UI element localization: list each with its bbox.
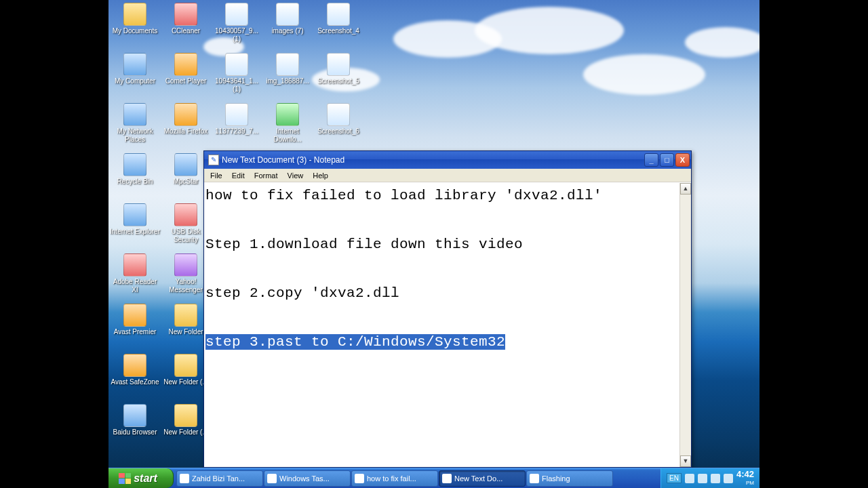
- language-indicator[interactable]: EN: [667, 473, 682, 483]
- taskbar-item-label: Flashing: [542, 474, 570, 483]
- windows-logo-icon: [119, 473, 131, 484]
- icon-image: [174, 253, 197, 277]
- desktop-icon[interactable]: Recycle Bin: [110, 153, 160, 186]
- icon-label: Internet Downlo...: [262, 127, 313, 144]
- desktop-icon[interactable]: Screenshot_5: [313, 53, 363, 85]
- desktop-icon[interactable]: Comet Player: [161, 53, 211, 85]
- editor-line: how to fix failed to load library 'dxva2…: [205, 188, 602, 203]
- tray-icon[interactable]: [724, 474, 733, 483]
- taskbar: start Zahid Bizi Tan...Windows Tas...how…: [108, 468, 760, 488]
- desktop-icon[interactable]: Internet Downlo...: [262, 103, 313, 144]
- taskbar-item-label: Windows Tas...: [279, 474, 330, 483]
- icon-label: Recycle Bin: [110, 178, 160, 186]
- desktop-icon[interactable]: My Network Places: [110, 103, 160, 144]
- icon-label: Avast SafeZone: [110, 378, 160, 386]
- desktop-icon[interactable]: images (7): [262, 3, 313, 35]
- taskbar-item-icon: [530, 474, 539, 483]
- icon-label: Mozilla Firefox: [161, 127, 211, 136]
- icon-label: 10430057_9... (1): [212, 27, 262, 43]
- maximize-button[interactable]: □: [660, 153, 674, 167]
- desktop-icon[interactable]: 10943641_1... (1): [212, 53, 262, 94]
- editor-textarea[interactable]: how to fix failed to load library 'dxva2…: [204, 183, 679, 467]
- system-tray[interactable]: EN 4:42 PM: [660, 468, 760, 488]
- icon-image: [225, 53, 248, 76]
- vertical-scrollbar[interactable]: ▲ ▼: [679, 183, 691, 467]
- menu-format[interactable]: Format: [250, 170, 283, 181]
- tray-icon[interactable]: [698, 474, 707, 483]
- clock-ampm: PM: [746, 480, 754, 486]
- menubar: FileEditFormatViewHelp: [204, 169, 691, 182]
- taskbar-item-icon: [355, 474, 364, 483]
- icon-image: [276, 103, 299, 126]
- icon-image: [174, 354, 197, 377]
- icon-label: Baidu Browser: [110, 428, 160, 436]
- notepad-icon: ✎: [208, 155, 219, 165]
- desktop-icon[interactable]: Mozilla Firefox: [161, 103, 211, 136]
- icon-label: 11377239_7...: [212, 127, 262, 136]
- tray-icon[interactable]: [711, 474, 720, 483]
- taskbar-item[interactable]: Flashing: [526, 470, 613, 487]
- icon-image: [327, 103, 350, 126]
- desktop-icon[interactable]: Screenshot_4: [313, 3, 363, 35]
- taskbar-item[interactable]: Windows Tas...: [264, 470, 351, 487]
- menu-help[interactable]: Help: [308, 170, 333, 181]
- menu-edit[interactable]: Edit: [227, 170, 250, 181]
- editor-selected-line: step 3.past to C:/Windows/System32: [205, 334, 505, 350]
- desktop-icon[interactable]: Internet Explorer: [110, 203, 160, 236]
- icon-label: images (7): [262, 27, 313, 35]
- desktop-icon[interactable]: My Documents: [110, 3, 160, 35]
- desktop-icon[interactable]: Avast SafeZone: [110, 354, 160, 386]
- icon-image: [174, 3, 197, 26]
- menu-file[interactable]: File: [205, 170, 227, 181]
- taskbar-item-icon: [442, 474, 452, 483]
- icon-label: Adobe Reader XI: [110, 278, 160, 294]
- editor-line: step 2.copy 'dxva2.dll: [205, 285, 399, 301]
- icon-image: [225, 103, 248, 126]
- icon-image: [123, 203, 146, 226]
- clock-time: 4:42: [736, 469, 754, 479]
- taskbar-item-label: New Text Do...: [454, 474, 502, 483]
- icon-image: [123, 404, 146, 427]
- icon-image: [123, 253, 146, 277]
- scroll-track[interactable]: [680, 195, 691, 455]
- taskbar-item-icon: [180, 474, 189, 483]
- scroll-down-button[interactable]: ▼: [680, 455, 691, 467]
- icon-label: 10943641_1... (1): [212, 77, 262, 94]
- desktop-icon[interactable]: My Computer: [110, 53, 160, 85]
- desktop-icon[interactable]: img_186887...: [262, 53, 313, 85]
- start-button[interactable]: start: [108, 468, 174, 488]
- task-buttons: Zahid Bizi Tan...Windows Tas...how to fi…: [174, 468, 660, 488]
- icon-image: [123, 53, 146, 76]
- clock[interactable]: 4:42 PM: [736, 470, 754, 487]
- icon-image: [174, 53, 197, 76]
- icon-image: [276, 3, 299, 26]
- menu-view[interactable]: View: [283, 170, 309, 181]
- taskbar-item[interactable]: Zahid Bizi Tan...: [176, 470, 263, 487]
- icon-label: My Network Places: [110, 127, 160, 144]
- icon-image: [123, 354, 146, 377]
- desktop-icon[interactable]: Screenshot_6: [313, 103, 363, 136]
- taskbar-item-icon: [267, 474, 277, 483]
- icon-image: [174, 203, 197, 226]
- icon-image: [123, 304, 146, 327]
- taskbar-item[interactable]: New Text Do...: [439, 470, 526, 487]
- desktop-icon[interactable]: Baidu Browser: [110, 404, 160, 436]
- close-button[interactable]: X: [675, 153, 690, 167]
- icon-image: [174, 153, 197, 176]
- desktop-icon[interactable]: 11377239_7...: [212, 103, 262, 136]
- icon-image: [123, 3, 146, 26]
- desktop-icon[interactable]: Adobe Reader XI: [110, 253, 160, 294]
- notepad-window: ✎ New Text Document (3) - Notepad _ □ X …: [203, 150, 692, 468]
- desktop-icon[interactable]: 10430057_9... (1): [212, 3, 262, 43]
- desktop-icon[interactable]: Avast Premier: [110, 304, 160, 336]
- desktop-icon[interactable]: CCleaner: [161, 3, 211, 35]
- window-title: New Text Document (3) - Notepad: [222, 155, 644, 165]
- scroll-up-button[interactable]: ▲: [680, 183, 691, 195]
- tray-icon[interactable]: [685, 474, 694, 483]
- taskbar-item[interactable]: how to fix fail...: [351, 470, 438, 487]
- titlebar[interactable]: ✎ New Text Document (3) - Notepad _ □ X: [204, 151, 691, 169]
- icon-label: My Documents: [110, 27, 160, 35]
- icon-label: My Computer: [110, 77, 160, 85]
- icon-label: Internet Explorer: [110, 228, 160, 236]
- minimize-button[interactable]: _: [644, 153, 658, 167]
